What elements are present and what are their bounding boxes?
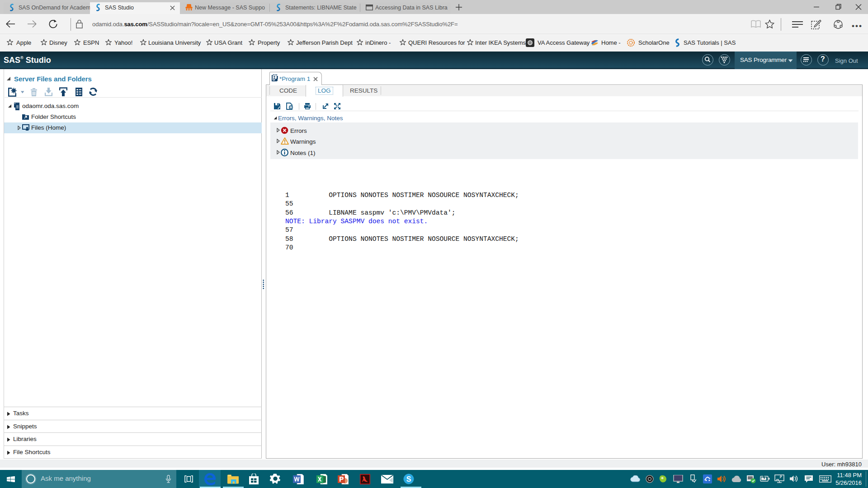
- svg-text:S: S: [406, 475, 411, 483]
